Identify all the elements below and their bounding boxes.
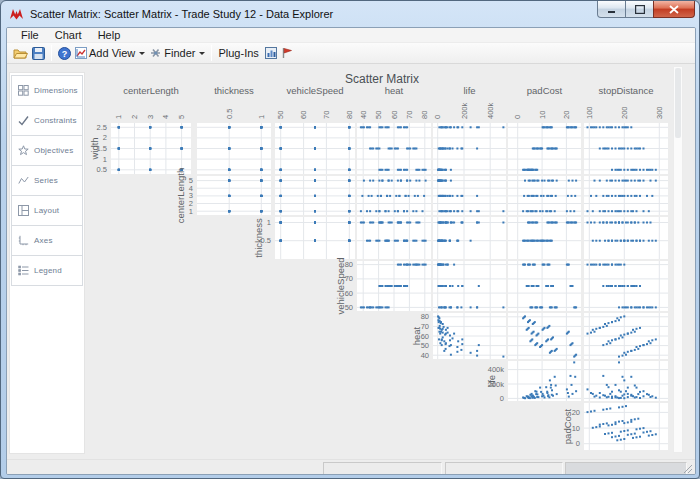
svg-text:80: 80 (420, 111, 429, 119)
svg-text:80: 80 (345, 111, 354, 119)
svg-text:40: 40 (359, 111, 368, 119)
sidebar-item-layout[interactable]: Layout (11, 195, 83, 226)
svg-text:1.5: 1.5 (97, 144, 107, 153)
open-folder-icon (13, 47, 28, 60)
flag-button[interactable] (279, 46, 295, 60)
add-view-chart-icon (75, 47, 87, 59)
scrollbar-thumb[interactable] (675, 68, 681, 138)
status-pane (445, 462, 563, 475)
svg-text:20: 20 (562, 111, 571, 119)
sidebar-item-dimensions[interactable]: Dimensions (11, 75, 83, 106)
app-window: Scatter Matrix: Scatter Matrix - Trade S… (0, 0, 700, 479)
svg-text:life: life (463, 85, 475, 96)
svg-text:3: 3 (146, 115, 155, 119)
add-view-label: Add View (89, 47, 135, 59)
axes-icon (18, 235, 29, 246)
toolbar-separator (51, 45, 52, 61)
sidebar-item-objectives[interactable]: Objectives (11, 135, 83, 166)
window-title: Scatter Matrix: Scatter Matrix - Trade S… (30, 8, 333, 20)
help-icon: ? (58, 47, 71, 60)
svg-text:2: 2 (103, 133, 107, 142)
toolbar: ? Add View (7, 43, 695, 64)
chevron-down-icon (139, 52, 145, 55)
svg-text:70: 70 (405, 111, 414, 119)
svg-text:4: 4 (161, 115, 170, 119)
close-button[interactable] (653, 1, 695, 18)
svg-text:1: 1 (257, 115, 266, 119)
add-view-button[interactable]: Add View (73, 46, 147, 60)
menu-file[interactable]: File (13, 28, 47, 43)
series-icon (18, 175, 29, 186)
flag-icon (281, 47, 293, 59)
svg-text:400k: 400k (486, 102, 495, 119)
main-area: Dimensions Constraints (7, 64, 695, 459)
plugin-chart-button[interactable] (263, 46, 279, 60)
vertical-scrollbar[interactable] (673, 66, 683, 453)
sidebar-item-label: Legend (34, 266, 62, 275)
svg-text:centerLength: centerLength (175, 168, 186, 223)
sidebar-item-constraints[interactable]: Constraints (11, 105, 83, 136)
layout-icon (18, 205, 29, 216)
svg-text:50: 50 (345, 303, 353, 312)
legend-icon (18, 265, 29, 276)
resize-grip[interactable] (682, 463, 693, 474)
svg-text:5: 5 (189, 176, 193, 185)
svg-text:thickness: thickness (214, 85, 254, 96)
sidebar-item-label: Dimensions (34, 86, 78, 95)
svg-text:3: 3 (189, 191, 193, 200)
svg-text:400k: 400k (488, 365, 505, 374)
svg-text:60: 60 (345, 289, 353, 298)
svg-text:50: 50 (374, 111, 383, 119)
svg-text:2.5: 2.5 (97, 123, 107, 132)
app-logo-icon (9, 7, 24, 21)
svg-text:0.5: 0.5 (97, 165, 107, 174)
open-button[interactable] (11, 46, 30, 61)
star-icon (18, 145, 29, 156)
svg-text:200k: 200k (488, 380, 505, 389)
svg-text:300: 300 (655, 106, 664, 119)
svg-text:1: 1 (103, 155, 107, 164)
svg-text:0: 0 (513, 115, 522, 119)
svg-text:padCost: padCost (527, 85, 563, 96)
svg-text:0: 0 (576, 439, 580, 448)
svg-text:10: 10 (572, 424, 580, 433)
menu-chart[interactable]: Chart (47, 28, 90, 43)
sidebar-item-axes[interactable]: Axes (11, 225, 83, 256)
maximize-button[interactable] (626, 1, 653, 18)
finder-icon (149, 47, 162, 59)
svg-text:10: 10 (538, 111, 547, 119)
minimize-button[interactable] (597, 1, 626, 18)
finder-label: Finder (164, 47, 195, 59)
save-button[interactable] (30, 46, 47, 61)
sidebar-item-label: Objectives (34, 146, 73, 155)
client-area: File Chart Help (6, 27, 696, 475)
menu-help[interactable]: Help (90, 28, 129, 43)
sidebar-panel: Dimensions Constraints (9, 72, 85, 454)
sidebar-item-label: Layout (34, 206, 59, 215)
svg-text:5: 5 (177, 115, 186, 119)
sidebar-item-label: Series (34, 176, 58, 185)
svg-text:50: 50 (276, 111, 285, 119)
svg-text:0: 0 (433, 115, 442, 119)
svg-text:stopDistance: stopDistance (599, 85, 654, 96)
svg-text:70: 70 (345, 274, 353, 283)
svg-text:1: 1 (189, 207, 193, 216)
help-button[interactable]: ? (56, 46, 73, 61)
finder-button[interactable]: Finder (147, 46, 207, 60)
grid-icon (18, 85, 29, 96)
svg-text:80: 80 (421, 312, 429, 321)
svg-text:1: 1 (114, 115, 123, 119)
status-pane (565, 462, 687, 475)
chevron-down-icon (199, 52, 205, 55)
toolbar-separator (211, 45, 212, 61)
sidebar-item-series[interactable]: Series (11, 165, 83, 196)
svg-text:2: 2 (130, 115, 139, 119)
svg-text:50: 50 (421, 341, 429, 350)
sidebar-item-legend[interactable]: Legend (11, 255, 83, 286)
title-bar[interactable]: Scatter Matrix: Scatter Matrix - Trade S… (1, 1, 699, 27)
svg-text:1: 1 (267, 218, 271, 227)
svg-text:60: 60 (421, 332, 429, 341)
status-bar (7, 459, 695, 475)
svg-text:0.5: 0.5 (261, 236, 271, 245)
scatter-matrix: centerLength12345thickness0.51vehicleSpe… (89, 64, 673, 456)
